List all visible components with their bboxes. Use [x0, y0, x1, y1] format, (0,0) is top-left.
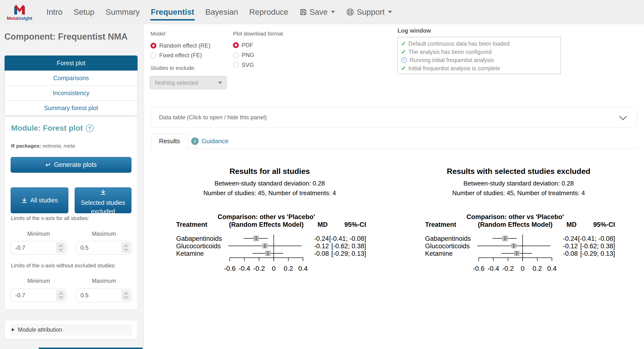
svg-text:[-0.29; 0.13]: [-0.29; 0.13]	[331, 250, 366, 257]
svg-text:-0.2: -0.2	[253, 265, 265, 272]
svg-text:-0.24: -0.24	[563, 235, 578, 242]
studies-treatments-count: Number of studies: 45, Number of treatme…	[418, 189, 619, 197]
log-entry: ✓ The analysis has been configured	[401, 48, 557, 56]
download-selected-excluded-button[interactable]: Selected studies excluded	[75, 187, 132, 213]
log-entry: ✓ Initial frequentist analysis is comple…	[401, 64, 557, 72]
model-label: Model:	[150, 31, 210, 37]
svg-text:-0.6: -0.6	[473, 265, 484, 272]
svg-text:Comparison: other vs 'Placebo': Comparison: other vs 'Placebo'	[218, 213, 315, 221]
radio-selected-icon	[233, 42, 239, 48]
data-table-collapse-panel[interactable]: Data table (Click to open / hide this pa…	[152, 107, 638, 127]
results-title: Results with selected studies excluded	[418, 167, 619, 176]
chevron-down-icon	[619, 113, 626, 120]
save-menu[interactable]: Save	[300, 7, 335, 17]
r-packages-line: R packages: netmeta, meta	[11, 143, 75, 149]
nav-tab-frequentist[interactable]: Frequentist	[151, 7, 194, 17]
download-all-studies-button[interactable]: All studies	[11, 187, 68, 213]
maximum-label: Maximum	[76, 231, 132, 237]
module-nav-group: Forest plot Comparisons Inconsistency Su…	[4, 55, 138, 116]
svg-text:-0.6: -0.6	[224, 265, 236, 272]
main-content: Model: Random effect (RE) Fixed effect (…	[144, 24, 644, 349]
top-navbar: MetaInsight Intro Setup Summary Frequent…	[0, 0, 644, 24]
svg-text:Treatment: Treatment	[176, 221, 207, 228]
svg-text:Treatment: Treatment	[425, 221, 456, 228]
number-stepper[interactable]	[122, 243, 130, 253]
nav-tab-intro[interactable]: Intro	[47, 7, 62, 17]
log-entry: Running initial frequentist analysis	[401, 56, 557, 64]
results-excluded-panel: Results with selected studies excluded B…	[418, 167, 619, 283]
module-attribution-panel: Module attribution	[4, 320, 138, 339]
help-icon[interactable]: ?	[86, 124, 94, 132]
model-radio-random-effect[interactable]: Random effect (RE)	[150, 42, 210, 49]
radio-unselected-icon	[233, 62, 239, 68]
sidebar: Component: Frequentist NMA Forest plot C…	[0, 24, 144, 349]
metainsight-app: MetaInsight Intro Setup Summary Frequent…	[0, 0, 644, 349]
radio-selected-icon	[150, 43, 156, 48]
module-panel: Module: Forest plot ? R packages: netmet…	[4, 117, 138, 310]
plot-download-format-label: Plot download format	[233, 31, 283, 37]
studies-to-exclude-select[interactable]: Nothing selected	[150, 76, 227, 89]
svg-text:[-0.62; 0.38]: [-0.62; 0.38]	[580, 243, 615, 250]
limits-excluded-min-input[interactable]: -0.7	[11, 289, 67, 302]
model-controls: Model: Random effect (RE) Fixed effect (…	[150, 31, 210, 62]
results-tabbar: Results i Guidance	[152, 134, 638, 149]
nav-tab-bayesian[interactable]: Bayesian	[206, 7, 238, 17]
log-entry: ✓ Default continuous data has been loade…	[401, 40, 557, 48]
forest-plot-excluded-studies: Comparison: other vs 'Placebo'(Random Ef…	[418, 208, 619, 278]
chevron-down-icon	[388, 11, 392, 13]
radio-unselected-icon	[233, 52, 239, 58]
svg-text:MD: MD	[318, 221, 328, 228]
number-stepper[interactable]	[56, 290, 65, 301]
svg-text:Glucocorticoids: Glucocorticoids	[176, 243, 221, 250]
svg-text:Ketamine: Ketamine	[425, 250, 452, 257]
limits-excluded-max-input[interactable]: 0.5	[76, 289, 132, 302]
download-icon	[21, 197, 28, 204]
number-stepper[interactable]	[122, 290, 130, 301]
sidebar-item-forest-plot[interactable]: Forest plot	[4, 55, 138, 70]
tab-results[interactable]: Results	[152, 134, 188, 149]
tab-guidance[interactable]: i Guidance	[185, 134, 234, 149]
nav-tab-setup[interactable]: Setup	[74, 7, 94, 17]
sidebar-item-summary-forest-plot[interactable]: Summary forest plot	[4, 100, 138, 115]
svg-text:Gabapentinoids: Gabapentinoids	[425, 235, 471, 242]
support-menu[interactable]: Support	[346, 7, 392, 17]
number-stepper[interactable]	[56, 243, 65, 253]
svg-text:MD: MD	[566, 221, 576, 228]
save-menu-label: Save	[310, 7, 328, 17]
limits-excluded-label: Limits of the x-axis without excluded st…	[11, 263, 116, 269]
svg-text:[-0.62; 0.38]: [-0.62; 0.38]	[331, 243, 366, 250]
format-radio-png[interactable]: PNG	[233, 52, 283, 58]
model-radio-fixed-effect[interactable]: Fixed effect (FE)	[150, 52, 210, 59]
svg-text:0.2: 0.2	[284, 265, 293, 272]
format-radio-pdf[interactable]: PDF	[233, 42, 283, 48]
limits-all-max-input[interactable]: 0.5	[76, 241, 132, 255]
svg-text:95%-CI: 95%-CI	[593, 221, 615, 228]
nav-tab-summary[interactable]: Summary	[106, 7, 140, 17]
life-ring-icon	[346, 8, 354, 16]
svg-text:(Random Effects Model): (Random Effects Model)	[478, 221, 552, 228]
sidebar-item-inconsistency[interactable]: Inconsistency	[4, 85, 138, 100]
svg-text:-0.08: -0.08	[563, 250, 578, 257]
info-icon: i	[191, 137, 199, 145]
forest-plot-all-studies: Comparison: other vs 'Placebo'(Random Ef…	[170, 208, 370, 278]
svg-text:0.4: 0.4	[298, 265, 308, 272]
svg-text:-0.08: -0.08	[314, 250, 329, 257]
svg-text:Comparison: other vs 'Placebo': Comparison: other vs 'Placebo'	[467, 213, 564, 221]
floppy-disk-icon	[300, 8, 307, 16]
return-arrow-icon: ↵	[46, 161, 51, 169]
generate-plots-button[interactable]: ↵ Generate plots	[11, 157, 132, 173]
limits-all-min-input[interactable]: -0.7	[11, 241, 67, 255]
format-radio-svg[interactable]: SVG	[233, 62, 283, 68]
triangle-right-icon	[12, 328, 14, 331]
studies-treatments-count: Number of studies: 45, Number of treatme…	[170, 189, 370, 197]
component-title: Component: Frequentist NMA	[4, 32, 128, 42]
support-menu-label: Support	[357, 7, 385, 17]
module-attribution-toggle[interactable]: Module attribution	[10, 324, 132, 336]
sidebar-item-comparisons[interactable]: Comparisons	[4, 70, 138, 85]
partially-visible-panel-edge	[39, 348, 142, 349]
metainsight-logo[interactable]: MetaInsight	[7, 3, 32, 20]
svg-text:0.4: 0.4	[547, 265, 556, 272]
nav-tab-reproduce[interactable]: Reproduce	[250, 7, 288, 17]
svg-text:95%-CI: 95%-CI	[344, 221, 366, 228]
check-icon: ✓	[401, 40, 406, 47]
